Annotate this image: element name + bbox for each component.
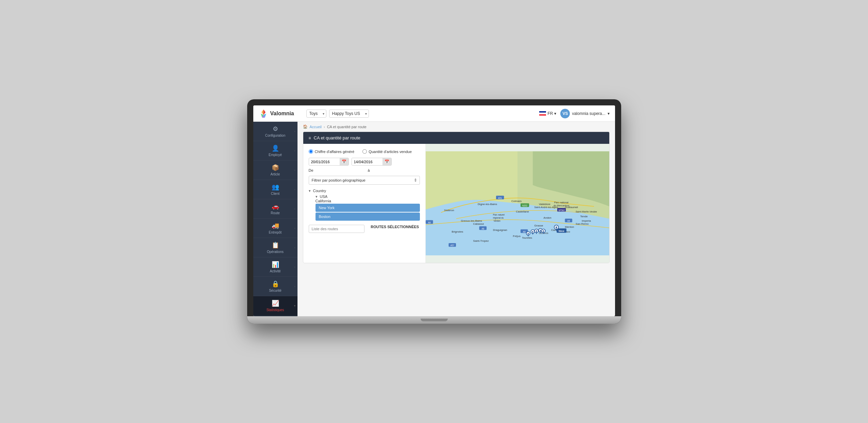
svg-text:A57: A57 <box>450 244 454 247</box>
date-from-input[interactable] <box>309 158 340 165</box>
tree-city-boston[interactable]: Boston <box>316 213 420 221</box>
radio-ca[interactable]: Chiffre d'affaires généré <box>309 149 355 154</box>
tree-city-newyork[interactable]: New York <box>316 204 420 212</box>
sidebar-label-configuration: Configuration <box>265 134 285 137</box>
lock-icon: 🔒 <box>272 280 279 288</box>
route-icon: 🚗 <box>272 203 279 210</box>
sidebar-item-entrepot[interactable]: 🚚 Entrepôt › <box>253 219 297 238</box>
map-container: A51 N202 A8 A8 A8 <box>426 144 609 263</box>
date-labels-row: De à <box>309 168 420 172</box>
flag-icon <box>539 111 546 116</box>
page-content: ≡ CA et quantité par route Chiffre <box>297 132 615 316</box>
logo-text: Valomnia <box>270 111 294 117</box>
svg-text:Colmars: Colmars <box>511 200 522 203</box>
tree-toggle-usa[interactable]: ▾ <box>316 194 318 199</box>
chevron-right-icon: › <box>294 169 295 172</box>
sidebar-item-configuration[interactable]: ⚙ Configuration › <box>253 122 297 141</box>
sidebar-item-article[interactable]: 📦 Article › <box>253 160 297 180</box>
logo-area: Valomnia <box>259 109 306 118</box>
top-selects: Toys Happy Toys US <box>306 109 369 118</box>
svg-text:Parc national: Parc national <box>554 201 568 204</box>
svg-text:Andon: Andon <box>543 216 551 219</box>
radio-qty-input[interactable] <box>362 149 367 154</box>
radio-qty[interactable]: Quantité d'articles vendue <box>362 149 412 154</box>
page-title: CA et quantité par route <box>314 135 360 140</box>
sidebar-item-employe[interactable]: 👤 Employé › <box>253 141 297 160</box>
routes-selected-label: ROUTES SÉLECTIONNÉES <box>370 225 420 229</box>
sidebar-label-employe: Employé <box>269 153 282 157</box>
sidebar-item-statistiques[interactable]: 📈 Statistiques ▾ <box>253 296 297 316</box>
svg-text:Saint-Martin-Vesbie: Saint-Martin-Vesbie <box>576 210 597 213</box>
tree-country-label: Country <box>313 189 326 193</box>
svg-text:Saint-Tropez: Saint-Tropez <box>473 239 489 242</box>
client-select-wrapper[interactable]: Happy Toys US <box>329 109 369 118</box>
content-area: 🏠 Accueil › CA et quantité par route ≡ C… <box>297 122 615 316</box>
sidebar-label-securite: Sécurité <box>269 289 282 292</box>
main-layout: ⚙ Configuration › 👤 Employé › 📦 Article … <box>253 122 615 316</box>
svg-text:Grasse: Grasse <box>534 224 543 227</box>
svg-text:régional du: régional du <box>493 217 504 219</box>
company-select-wrapper[interactable]: Toys <box>306 109 326 118</box>
breadcrumb-current: CA et quantité par route <box>327 125 367 129</box>
chevron-right-icon: › <box>294 149 295 152</box>
location-tree: ▾ Country ▾ USA California <box>309 189 420 221</box>
sidebar: ⚙ Configuration › 👤 Employé › 📦 Article … <box>253 122 297 316</box>
chevron-right-icon: › <box>294 130 295 133</box>
sidebar-label-activite: Activité <box>270 269 280 273</box>
routes-list-input[interactable] <box>309 225 365 233</box>
svg-text:Fréjus: Fréjus <box>513 235 520 238</box>
breadcrumb-home[interactable]: Accueil <box>310 125 322 129</box>
svg-text:Digne-les-Bains: Digne-les-Bains <box>478 203 497 206</box>
user-menu[interactable]: VS valomnia supera... ▾ <box>560 109 609 118</box>
svg-text:A8: A8 <box>428 221 430 224</box>
svg-text:Castellane: Castellane <box>516 210 529 213</box>
person-icon: 👤 <box>272 145 279 152</box>
sidebar-item-operations[interactable]: 📋 Opérations › <box>253 238 297 257</box>
sidebar-item-securite[interactable]: 🔒 Sécurité › <box>253 277 297 296</box>
gear-icon: ⚙ <box>273 125 278 133</box>
chevron-down-icon: ▾ <box>294 304 295 307</box>
client-select[interactable]: Happy Toys US <box>329 109 369 118</box>
sidebar-item-client[interactable]: 👥 Client › <box>253 180 297 199</box>
date-from-wrapper: 📅 <box>309 158 349 166</box>
svg-text:Draguignan: Draguignan <box>493 229 507 232</box>
tree-toggle-country[interactable]: ▾ <box>309 189 311 193</box>
svg-text:A8: A8 <box>523 231 525 233</box>
svg-text:Greoux-les-Bains: Greoux-les-Bains <box>461 219 482 222</box>
routes-bottom: ROUTES SÉLECTIONNÉES <box>309 225 420 233</box>
svg-text:Valdeblore: Valdeblore <box>539 203 550 206</box>
svg-text:SP582: SP582 <box>558 209 565 212</box>
user-name: valomnia supera... <box>572 111 605 116</box>
chevron-right-icon: › <box>294 285 295 288</box>
company-select[interactable]: Toys <box>306 109 326 118</box>
sidebar-sub-stat-articles[interactable]: Statistiques articles › <box>253 316 297 316</box>
laptop-notch <box>421 319 448 321</box>
chevron-right-icon: › <box>294 246 295 249</box>
chevron-right-icon: › <box>294 188 295 191</box>
tree-city-list: New York Boston <box>316 204 420 221</box>
date-to-input[interactable] <box>352 158 382 165</box>
tree-country-node: ▾ Country <box>309 189 420 193</box>
language-select[interactable]: FR ▾ <box>539 111 556 116</box>
radio-qty-label: Quantité d'articles vendue <box>369 150 412 154</box>
laptop-bottom <box>247 316 621 324</box>
list-icon: ≡ <box>309 136 311 140</box>
warehouse-icon: 🚚 <box>272 222 279 230</box>
sidebar-sub-menu: Statistiques articles › Statistiques cli… <box>253 316 297 316</box>
breadcrumb: 🏠 Accueil › CA et quantité par route <box>297 122 615 132</box>
card-right-map: A51 N202 A8 A8 A8 <box>426 144 609 263</box>
home-icon: 🏠 <box>303 124 308 129</box>
geo-filter-select[interactable]: Filtrer par position géographique <box>309 176 420 185</box>
date-from-picker-btn[interactable]: 📅 <box>340 158 348 165</box>
flag-label: FR <box>547 111 553 116</box>
users-icon: 👥 <box>272 183 279 191</box>
tree-usa-label: USA <box>320 194 328 199</box>
date-to-picker-btn[interactable]: 📅 <box>382 158 391 165</box>
svg-text:San Remo: San Remo <box>576 222 589 225</box>
svg-text:Nice: Nice <box>559 230 565 233</box>
radio-ca-input[interactable] <box>309 149 313 154</box>
sidebar-item-route[interactable]: 🚗 Route › <box>253 199 297 219</box>
sidebar-item-activite[interactable]: 📊 Activité › <box>253 257 297 277</box>
svg-text:Menton: Menton <box>565 225 574 229</box>
svg-text:Brignoles: Brignoles <box>452 230 463 233</box>
